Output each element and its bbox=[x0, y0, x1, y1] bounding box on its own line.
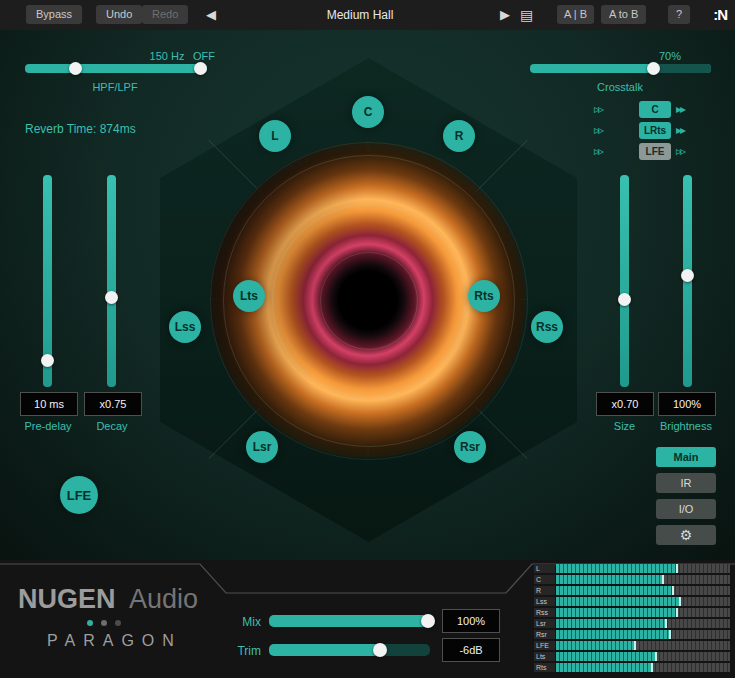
trim-value[interactable]: -6dB bbox=[442, 638, 500, 662]
preset-name[interactable]: Medium Hall bbox=[280, 0, 440, 30]
size-fader-handle[interactable] bbox=[618, 293, 631, 306]
mix-value[interactable]: 100% bbox=[442, 609, 500, 633]
meter-fill bbox=[556, 641, 636, 650]
preset-list-icon[interactable]: ▤ bbox=[520, 4, 533, 26]
brand-name-bold: NUGEN bbox=[18, 584, 116, 614]
size-fader[interactable] bbox=[620, 175, 629, 387]
ab-compare-button[interactable]: A | B bbox=[557, 5, 594, 24]
meter-channel-label: Lsr bbox=[534, 619, 555, 628]
pre-delay-value[interactable]: 10 ms bbox=[20, 392, 78, 416]
meter-bar bbox=[556, 608, 730, 617]
meter-fill bbox=[556, 630, 671, 639]
decay-value[interactable]: x0.75 bbox=[84, 392, 142, 416]
view-button-main[interactable]: Main bbox=[656, 447, 716, 467]
meter-row: Rss bbox=[534, 608, 730, 617]
reverb-time-readout: Reverb Time: 874ms bbox=[25, 122, 175, 136]
channel-node-lfe[interactable]: LFE bbox=[60, 476, 98, 514]
nugen-audio-logo: NUGEN Audio bbox=[18, 584, 198, 615]
meter-fill bbox=[556, 619, 667, 628]
pre-delay-fader-handle[interactable] bbox=[41, 354, 54, 367]
meter-fill bbox=[556, 663, 653, 672]
brightness-value[interactable]: 100% bbox=[658, 392, 716, 416]
brightness-fader-handle[interactable] bbox=[681, 269, 694, 282]
meter-row: Rsr bbox=[534, 630, 730, 639]
routing-output-chevron-icon[interactable]: ▸▸ bbox=[676, 122, 684, 139]
routing-button-c[interactable]: C bbox=[639, 101, 671, 118]
size-value[interactable]: x0.70 bbox=[596, 392, 654, 416]
meter-channel-label: R bbox=[534, 586, 555, 595]
routing-input-chevron-icon[interactable]: ▹▹ bbox=[594, 101, 602, 118]
channel-node-l[interactable]: L bbox=[259, 120, 291, 152]
meter-row: C bbox=[534, 575, 730, 584]
channel-node-lss[interactable]: Lss bbox=[169, 311, 201, 343]
next-preset-icon[interactable]: ▶ bbox=[500, 4, 510, 26]
meter-fill bbox=[556, 586, 674, 595]
meter-fill bbox=[556, 608, 678, 617]
meter-channel-label: Rts bbox=[534, 663, 555, 672]
redo-button[interactable]: Redo bbox=[142, 5, 188, 24]
brightness-label: Brightness bbox=[650, 420, 722, 432]
channel-node-lts[interactable]: Lts bbox=[233, 280, 265, 312]
mix-slider-fill bbox=[269, 615, 430, 627]
hpf-lpf-caption: HPF/LPF bbox=[77, 81, 153, 93]
decay-fader[interactable] bbox=[107, 175, 116, 387]
trim-slider-handle[interactable] bbox=[373, 643, 387, 657]
page-dot bbox=[101, 620, 107, 626]
lpf-slider-handle[interactable] bbox=[194, 62, 207, 75]
paragon-plugin-window: Bypass Undo Redo ◀ Medium Hall ▶ ▤ A | B… bbox=[0, 0, 735, 678]
page-dot bbox=[87, 620, 93, 626]
meter-bar bbox=[556, 641, 730, 650]
mix-label: Mix bbox=[231, 615, 261, 629]
channel-node-rss[interactable]: Rss bbox=[531, 311, 563, 343]
meter-row: L bbox=[534, 564, 730, 573]
hpf-lpf-slider[interactable] bbox=[25, 64, 207, 73]
meter-bar bbox=[556, 564, 730, 573]
routing-input-chevron-icon[interactable]: ▹▹ bbox=[594, 143, 602, 160]
help-button[interactable]: ? bbox=[668, 5, 690, 24]
channel-node-rsr[interactable]: Rsr bbox=[454, 431, 486, 463]
meter-channel-label: LFE bbox=[534, 641, 555, 650]
a-to-b-button[interactable]: A to B bbox=[601, 5, 646, 24]
meter-bar bbox=[556, 597, 730, 606]
meter-channel-label: L bbox=[534, 564, 555, 573]
channel-node-lsr[interactable]: Lsr bbox=[246, 431, 278, 463]
settings-gear-icon[interactable]: ⚙ bbox=[656, 525, 716, 545]
meter-channel-label: Rsr bbox=[534, 630, 555, 639]
trim-slider[interactable] bbox=[269, 644, 430, 656]
meter-bar bbox=[556, 575, 730, 584]
crosstalk-caption: Crosstalk bbox=[585, 81, 655, 93]
routing-input-chevron-icon[interactable]: ▹▹ bbox=[594, 122, 602, 139]
meter-row: Lss bbox=[534, 597, 730, 606]
crosstalk-slider[interactable] bbox=[530, 64, 711, 73]
brand-name-light: Audio bbox=[129, 584, 198, 614]
channel-node-rts[interactable]: Rts bbox=[468, 280, 500, 312]
previous-preset-icon[interactable]: ◀ bbox=[206, 4, 216, 26]
mix-slider-handle[interactable] bbox=[421, 614, 435, 628]
routing-output-chevron-icon[interactable]: ▸▸ bbox=[676, 101, 684, 118]
view-button-ir[interactable]: IR bbox=[656, 473, 716, 493]
meter-channel-label: Lss bbox=[534, 597, 555, 606]
trim-label: Trim bbox=[231, 644, 261, 658]
routing-button-lrts[interactable]: LRts bbox=[639, 122, 671, 139]
crosstalk-slider-handle[interactable] bbox=[647, 62, 660, 75]
routing-button-lfe[interactable]: LFE bbox=[639, 143, 671, 160]
channel-node-r[interactable]: R bbox=[443, 120, 475, 152]
product-name: PARAGON bbox=[47, 632, 182, 650]
bypass-button[interactable]: Bypass bbox=[26, 5, 82, 24]
meter-bar bbox=[556, 663, 730, 672]
meter-channel-label: C bbox=[534, 575, 555, 584]
hpf-slider-handle[interactable] bbox=[69, 62, 82, 75]
undo-button[interactable]: Undo bbox=[96, 5, 142, 24]
mix-slider[interactable] bbox=[269, 615, 430, 627]
meter-fill bbox=[556, 597, 681, 606]
meter-row: Lsr bbox=[534, 619, 730, 628]
routing-output-chevron-icon[interactable]: ▹▹ bbox=[676, 143, 684, 160]
decay-fader-handle[interactable] bbox=[105, 291, 118, 304]
pre-delay-label: Pre-delay bbox=[12, 420, 84, 432]
nugen-logo-mark: :N bbox=[713, 0, 727, 30]
meter-bar bbox=[556, 619, 730, 628]
channel-node-c[interactable]: C bbox=[352, 96, 384, 128]
meter-fill bbox=[556, 564, 678, 573]
view-button-io[interactable]: I/O bbox=[656, 499, 716, 519]
page-dot bbox=[115, 620, 121, 626]
